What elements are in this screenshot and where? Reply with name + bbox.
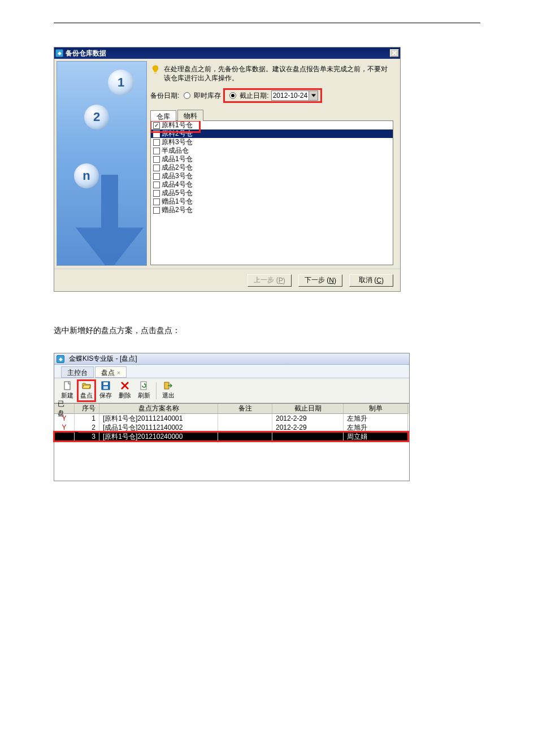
warehouse-item[interactable]: 成品4号仓 — [151, 180, 393, 189]
cell-xh: 2 — [75, 423, 99, 432]
warehouse-item[interactable]: 赠品2号仓 — [151, 206, 393, 214]
checkbox[interactable] — [153, 131, 160, 137]
cell-xh: 3 — [75, 432, 99, 441]
cancel-key: C — [376, 277, 381, 284]
prev-post: ) — [283, 277, 285, 284]
refresh-button[interactable]: 刷新 — [134, 379, 154, 402]
refresh-icon — [139, 381, 149, 390]
table-row[interactable]: Y1[原料1号仓]2011121400012012-2-29左旭升 — [54, 414, 409, 423]
exit-icon — [163, 381, 173, 390]
col-cutoff[interactable]: 截止日期 — [272, 404, 344, 414]
warehouse-item[interactable]: 成品5号仓 — [151, 189, 393, 197]
warehouse-item[interactable]: 原料3号仓 — [151, 138, 393, 146]
backup-warehouse-dialog: ◆ 备份仓库数据 ✕ 1 2 n 在处理盘点之前，先备份仓库数据。建议在盘点报告… — [54, 47, 401, 292]
tab-close-icon[interactable]: × — [117, 370, 120, 376]
arrow-icon — [67, 175, 147, 266]
delete-button[interactable]: 删除 — [115, 379, 134, 402]
cell-name: [原料1号仓]201112140001 — [99, 414, 218, 423]
warehouse-item[interactable]: ✓原料1号仓 — [151, 121, 393, 129]
checkbox[interactable] — [153, 148, 160, 154]
document-tabs: 主控台 盘点 × — [54, 365, 409, 378]
cell-yp: Y — [54, 414, 75, 423]
cancel-button[interactable]: 取消 (C) — [349, 274, 393, 287]
dialog-titlebar: ◆ 备份仓库数据 ✕ — [54, 47, 400, 59]
col-name[interactable]: 盘点方案名称 — [99, 404, 218, 414]
cell-zd: 左旭升 — [344, 423, 408, 432]
exit-button[interactable]: 退出 — [159, 379, 178, 402]
checkbox[interactable] — [153, 190, 160, 197]
save-button[interactable]: 保存 — [96, 379, 115, 402]
prev-key: P — [279, 277, 283, 284]
prev-pre: 上一步 ( — [254, 275, 278, 285]
table-row[interactable]: Y2[成品1号仓]2011121400022012-2-29左旭升 — [54, 423, 409, 432]
cancel-pre: 取消 ( — [359, 275, 376, 285]
next-button[interactable]: 下一步 (N) — [298, 274, 342, 287]
tab-console[interactable]: 主控台 — [61, 366, 94, 378]
step-n-icon: n — [74, 163, 99, 188]
radio-cutoff-label: 截止日期: — [240, 91, 268, 101]
close-button[interactable]: ✕ — [390, 49, 399, 57]
checkbox[interactable] — [153, 156, 160, 163]
col-maker[interactable]: 制单 — [344, 404, 408, 414]
cell-zd: 周立娟 — [344, 432, 408, 441]
cell-zd: 左旭升 — [344, 414, 408, 423]
warehouse-item[interactable]: 成品2号仓 — [151, 163, 393, 172]
radio-cutoff[interactable] — [229, 92, 236, 99]
app-icon: ◆ — [57, 355, 64, 363]
warehouse-item[interactable]: 成品3号仓 — [151, 172, 393, 180]
tab-warehouse[interactable]: 仓库 — [150, 110, 176, 122]
delete-icon — [120, 381, 130, 390]
exit-label: 退出 — [162, 391, 175, 400]
cutoff-highlight: 截止日期: 2012-10-24 — [223, 88, 322, 103]
plan-grid: 已盘 序号 盘点方案名称 备注 截止日期 制单 Y1[原料1号仓]2011121… — [54, 403, 409, 441]
warehouse-item[interactable]: 赠品1号仓 — [151, 197, 393, 206]
date-dropdown-button[interactable] — [309, 91, 318, 100]
checkbox[interactable] — [153, 173, 160, 180]
delete-label: 删除 — [119, 391, 131, 400]
next-key: N — [329, 277, 334, 284]
wizard-sidebar: 1 2 n — [57, 61, 147, 266]
new-button[interactable]: 新建 — [58, 379, 77, 402]
cell-yp — [54, 432, 75, 441]
document-rule — [54, 23, 480, 23]
warehouse-item-label: 原料1号仓 — [162, 120, 193, 130]
radio-now-label: 即时库存 — [194, 91, 221, 101]
tabstrip: 仓库 物料 — [150, 110, 393, 121]
next-pre: 下一步 ( — [305, 275, 329, 285]
tab-material[interactable]: 物料 — [177, 110, 203, 121]
checkbox[interactable] — [153, 198, 160, 205]
cell-bz — [218, 414, 272, 423]
radio-now[interactable] — [184, 92, 190, 99]
checkbox[interactable] — [153, 139, 160, 146]
warehouse-item[interactable]: 成品1号仓 — [151, 155, 393, 163]
checkbox[interactable] — [153, 165, 160, 171]
col-remark[interactable]: 备注 — [218, 404, 272, 414]
col-seq[interactable]: 序号 — [75, 404, 99, 414]
cutoff-date-input[interactable]: 2012-10-24 — [271, 90, 318, 101]
checkbox[interactable]: ✓ — [153, 122, 160, 129]
col-done[interactable]: 已盘 — [54, 404, 75, 414]
cell-name: [成品1号仓]201112140002 — [99, 423, 218, 432]
svg-rect-2 — [103, 382, 108, 385]
cell-bz — [218, 432, 272, 441]
new-icon — [62, 381, 72, 390]
lightbulb-icon — [150, 64, 160, 75]
warehouse-item[interactable]: 原料2号仓 — [151, 129, 393, 138]
dialog-title: 备份仓库数据 — [66, 49, 390, 58]
cell-yp: Y — [54, 423, 75, 432]
table-row[interactable]: 3[原料1号仓]201210240000周立娟 — [54, 432, 409, 441]
warehouse-listbox[interactable]: ✓原料1号仓原料2号仓原料3号仓半成品仓成品1号仓成品2号仓成品3号仓成品4号仓… — [150, 120, 393, 265]
step-1-icon: 1 — [108, 70, 134, 96]
toolbar-separator — [156, 382, 157, 399]
backup-date-label: 备份日期: — [150, 91, 179, 101]
cell-bz — [218, 423, 272, 432]
checkbox[interactable] — [153, 207, 160, 214]
prev-button[interactable]: 上一步 (P) — [248, 274, 292, 287]
checkbox[interactable] — [153, 182, 160, 188]
warehouse-item[interactable]: 半成品仓 — [151, 146, 393, 155]
open-icon — [81, 381, 92, 390]
dialog-button-row: 上一步 (P) 下一步 (N) 取消 (C) — [54, 269, 400, 291]
inventory-button[interactable]: 盘点 — [77, 379, 96, 402]
tab-inventory[interactable]: 盘点 × — [95, 366, 127, 378]
step-2-icon: 2 — [84, 105, 109, 129]
